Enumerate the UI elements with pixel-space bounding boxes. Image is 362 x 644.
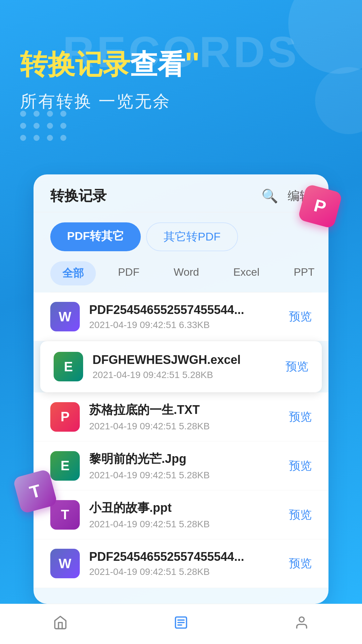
filter-all[interactable]: 全部 bbox=[50, 261, 96, 285]
file-info: DFGHEWHESJWGH.excel 2021-04-19 09:42:51 … bbox=[93, 353, 279, 380]
file-icon-word: W bbox=[50, 549, 80, 578]
file-info: 黎明前的光芒.Jpg 2021-04-19 09:42:51 5.28KB bbox=[89, 451, 282, 481]
hero-title-highlight: 转换记录 bbox=[20, 49, 130, 79]
preview-button[interactable]: 预览 bbox=[286, 359, 308, 374]
file-item[interactable]: E 黎明前的光芒.Jpg 2021-04-19 09:42:51 5.28KB … bbox=[34, 441, 328, 490]
filter-excel[interactable]: Excel bbox=[221, 261, 272, 285]
tab-bar: PDF转其它 其它转PDF bbox=[50, 222, 312, 251]
filter-word[interactable]: Word bbox=[162, 261, 211, 285]
file-info: 小丑的故事.ppt 2021-04-19 09:42:51 5.28KB bbox=[89, 500, 282, 530]
user-icon bbox=[294, 615, 309, 633]
preview-button[interactable]: 预览 bbox=[289, 556, 312, 571]
file-icon-txt: T bbox=[50, 500, 80, 530]
file-info: 苏格拉底的一生.TXT 2021-04-19 09:42:51 5.28KB bbox=[89, 402, 282, 432]
file-info: PDF254546552557455544... 2021-04-19 09:4… bbox=[89, 550, 282, 577]
preview-button[interactable]: 预览 bbox=[289, 458, 312, 474]
nav-item-profile[interactable] bbox=[281, 612, 322, 637]
tab-other-to-pdf[interactable]: 其它转PDF bbox=[146, 222, 238, 251]
file-name: 小丑的故事.ppt bbox=[89, 500, 282, 516]
preview-button[interactable]: 预览 bbox=[289, 507, 312, 523]
filter-ppt[interactable]: PPT bbox=[282, 261, 326, 285]
filter-bar: 全部 PDF Word Excel PPT bbox=[34, 258, 328, 292]
preview-button[interactable]: 预览 bbox=[289, 309, 312, 324]
search-button[interactable]: 🔍 bbox=[261, 188, 278, 204]
hero-title-normal: 查看 bbox=[130, 49, 185, 79]
file-name: DFGHEWHESJWGH.excel bbox=[93, 353, 279, 367]
preview-button[interactable]: 预览 bbox=[289, 409, 312, 425]
file-item[interactable]: W PDF254546552557455544... 2021-04-19 09… bbox=[34, 292, 328, 341]
file-meta: 2021-04-19 09:42:51 5.28KB bbox=[89, 421, 282, 432]
hero-section: 转换记录查看'' 所有转换 一览无余 bbox=[20, 47, 199, 113]
list-icon bbox=[174, 615, 188, 633]
file-name: 苏格拉底的一生.TXT bbox=[89, 402, 282, 418]
dot-grid bbox=[20, 111, 68, 141]
file-meta: 2021-04-19 09:42:51 5.28KB bbox=[89, 519, 282, 530]
file-info: PDF254546552557455544... 2021-04-19 09:4… bbox=[89, 303, 282, 330]
home-icon bbox=[53, 615, 68, 633]
nav-item-home[interactable] bbox=[40, 612, 81, 637]
file-icon-ppt: P bbox=[50, 402, 80, 432]
card-header: 转换记录 🔍 编辑 bbox=[34, 174, 328, 212]
file-item-highlighted[interactable]: E DFGHEWHESJWGH.excel 2021-04-19 09:42:5… bbox=[40, 341, 322, 392]
card-area: P T 转换记录 🔍 编辑 PDF转其它 其它转PDF 全部 PDF Word … bbox=[34, 174, 328, 604]
file-item[interactable]: T 小丑的故事.ppt 2021-04-19 09:42:51 5.28KB 预… bbox=[34, 490, 328, 539]
file-icon-excel: E bbox=[54, 352, 83, 381]
file-item[interactable]: P 苏格拉底的一生.TXT 2021-04-19 09:42:51 5.28KB… bbox=[34, 392, 328, 441]
file-meta: 2021-04-19 09:42:51 5.28KB bbox=[89, 567, 282, 577]
nav-item-records[interactable] bbox=[160, 612, 202, 637]
file-meta: 2021-04-19 09:42:51 6.33KB bbox=[89, 320, 282, 330]
file-name: PDF254546552557455544... bbox=[89, 550, 282, 564]
tab-pdf-to-other[interactable]: PDF转其它 bbox=[50, 222, 141, 251]
hero-quote: '' bbox=[185, 47, 199, 80]
main-card: 转换记录 🔍 编辑 PDF转其它 其它转PDF 全部 PDF Word Exce… bbox=[34, 174, 328, 604]
bottom-nav bbox=[0, 604, 362, 644]
file-item[interactable]: W PDF254546552557455544... 2021-04-19 09… bbox=[34, 539, 328, 588]
file-list: W PDF254546552557455544... 2021-04-19 09… bbox=[34, 292, 328, 604]
file-icon-word: W bbox=[50, 302, 80, 331]
file-meta: 2021-04-19 09:42:51 5.28KB bbox=[89, 470, 282, 481]
file-meta: 2021-04-19 09:42:51 5.28KB bbox=[93, 370, 279, 380]
file-name: PDF254546552557455544... bbox=[89, 303, 282, 317]
hero-title: 转换记录查看'' bbox=[20, 47, 199, 80]
hero-subtitle: 所有转换 一览无余 bbox=[20, 90, 199, 113]
file-icon-excel: E bbox=[50, 451, 80, 481]
file-name: 黎明前的光芒.Jpg bbox=[89, 451, 282, 467]
filter-pdf[interactable]: PDF bbox=[106, 261, 152, 285]
card-title: 转换记录 bbox=[50, 186, 107, 205]
svg-point-4 bbox=[299, 617, 304, 622]
